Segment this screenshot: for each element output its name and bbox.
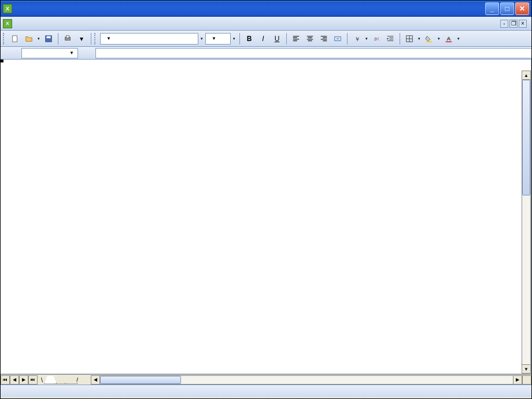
font-extra-dropdown[interactable]: ▾	[200, 36, 204, 41]
font-color-button[interactable]: A	[442, 32, 455, 45]
borders-button[interactable]	[403, 32, 416, 45]
open-button[interactable]	[23, 32, 35, 45]
tab-prev-button[interactable]: ◀	[10, 375, 19, 385]
borders-dropdown[interactable]: ▾	[417, 36, 422, 41]
print-button[interactable]	[61, 32, 74, 45]
vscroll-track[interactable]	[522, 80, 531, 364]
fontcolor-dropdown[interactable]: ▾	[456, 36, 461, 41]
menu-format[interactable]	[54, 22, 63, 25]
title-bar: X _ □ ✕	[1, 1, 531, 17]
align-right-button[interactable]	[317, 32, 330, 45]
close-button[interactable]: ✕	[515, 2, 529, 15]
svg-rect-11	[446, 41, 452, 42]
toolbar-grip[interactable]	[3, 33, 5, 45]
svg-rect-4	[66, 35, 69, 38]
app-icon: X	[3, 4, 12, 13]
doc-close-button[interactable]: ×	[519, 20, 527, 28]
tab-next-button[interactable]: ▶	[19, 375, 28, 385]
menu-file[interactable]	[17, 22, 26, 25]
sheet-tab-1[interactable]	[44, 376, 57, 384]
indent-button[interactable]	[384, 32, 397, 45]
vertical-scrollbar[interactable]: ▲ ▼	[522, 71, 531, 374]
selection-border	[1, 60, 3, 62]
menu-data[interactable]	[72, 22, 82, 25]
font-select[interactable]: ▼	[100, 33, 198, 45]
menu-window[interactable]	[82, 22, 91, 25]
name-box[interactable]: ▼	[21, 48, 78, 58]
svg-rect-9	[426, 41, 433, 42]
menu-tools[interactable]	[63, 22, 72, 25]
hscroll-thumb[interactable]	[100, 376, 181, 384]
doc-minimize-button[interactable]: -	[500, 20, 508, 28]
new-button[interactable]	[9, 32, 21, 45]
merge-center-button[interactable]	[331, 32, 344, 45]
menu-insert[interactable]	[45, 22, 54, 25]
svg-text:A: A	[447, 35, 451, 41]
scroll-right-button[interactable]: ▶	[513, 375, 522, 385]
font-size-select[interactable]: ▼	[205, 33, 231, 45]
open-dropdown[interactable]: ▾	[36, 36, 41, 41]
formula-bar: ▼	[1, 47, 531, 60]
svg-rect-2	[47, 36, 51, 38]
doc-restore-button[interactable]: ❐	[509, 20, 518, 28]
scroll-left-button[interactable]: ◀	[91, 375, 100, 385]
currency-dropdown[interactable]: ▾	[364, 36, 369, 41]
scroll-down-button[interactable]: ▼	[522, 364, 531, 374]
decimal-decrease-button[interactable]: .0	[370, 32, 383, 45]
italic-button[interactable]: I	[257, 32, 269, 45]
tab-split-handle[interactable]	[522, 375, 531, 385]
underline-button[interactable]: U	[271, 32, 283, 45]
vscroll-thumb[interactable]	[522, 80, 530, 195]
svg-text:￥: ￥	[354, 35, 360, 42]
align-center-button[interactable]	[304, 32, 316, 45]
chevron-down-icon: ▼	[212, 36, 216, 41]
hscroll-track[interactable]	[100, 375, 513, 385]
menu-view[interactable]	[35, 22, 45, 25]
fill-color-button[interactable]	[423, 32, 435, 45]
fill-dropdown[interactable]: ▾	[437, 36, 441, 41]
currency-button[interactable]: ￥	[350, 32, 363, 45]
svg-text:.0: .0	[374, 36, 377, 40]
align-left-button[interactable]	[290, 32, 302, 45]
sheet-tab-strip: ⏮ ◀ ▶ ⏭ \ / ◀ ▶	[1, 374, 531, 385]
maximize-button[interactable]: □	[500, 2, 514, 15]
chevron-down-icon: ▼	[69, 50, 74, 56]
format-grip[interactable]	[94, 33, 97, 45]
save-button[interactable]	[42, 32, 55, 45]
doc-icon[interactable]: X	[3, 19, 12, 28]
toolbar-more[interactable]: ▾	[75, 32, 88, 45]
bold-button[interactable]: B	[243, 32, 256, 45]
formula-input[interactable]	[95, 48, 531, 58]
fill-handle[interactable]	[1, 60, 3, 62]
chevron-down-icon: ▼	[106, 36, 111, 41]
tab-last-button[interactable]: ⏭	[28, 375, 38, 385]
scroll-up-button[interactable]: ▲	[522, 71, 531, 80]
status-bar	[1, 385, 531, 397]
menu-help[interactable]	[91, 22, 100, 25]
menu-edit[interactable]	[26, 22, 35, 25]
size-extra-dropdown[interactable]: ▾	[232, 36, 237, 41]
spreadsheet[interactable]: ▲ ▼	[1, 60, 531, 374]
tab-first-button[interactable]: ⏮	[1, 375, 10, 385]
menu-bar: X - ❐ ×	[1, 17, 531, 31]
sheet-tab-2[interactable]	[54, 376, 67, 384]
toolbar: ▾ ▾ ▼ ▾ ▼ ▾ B I U ￥ ▾ .0 ▾ ▾ A ▾	[1, 31, 531, 47]
minimize-button[interactable]: _	[485, 2, 499, 15]
svg-rect-0	[13, 35, 17, 42]
